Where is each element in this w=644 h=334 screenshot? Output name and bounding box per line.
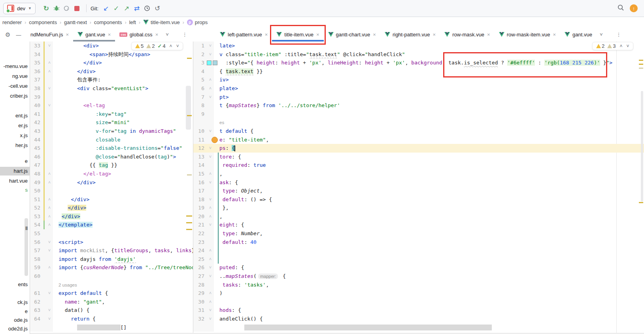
fold-toggle-icon[interactable]: ˅ — [207, 263, 214, 272]
code-line[interactable]: 48˄ </el-tag> — [30, 170, 193, 178]
code-line[interactable]: 38˅ <div class="eventList"> — [30, 84, 193, 93]
code-line[interactable]: [] — [30, 323, 193, 332]
fold-toggle-icon[interactable]: ˄ — [46, 58, 53, 67]
fold-toggle-icon[interactable]: ˅ — [207, 50, 214, 59]
code-line[interactable]: 4{ task.text }} — [193, 67, 644, 76]
code-line[interactable]: 6˄plate> — [193, 84, 644, 93]
code-line[interactable]: 46 @close="handleClose(tag)"> — [30, 153, 193, 161]
code-line[interactable]: 54˄</template> — [30, 221, 193, 229]
code-line[interactable]: 49˄ </div> — [30, 178, 193, 187]
color-swatch[interactable] — [207, 60, 212, 65]
stop-icon[interactable] — [72, 3, 82, 13]
history-icon[interactable] — [142, 3, 152, 13]
code-line[interactable]: 17 type: Object, — [193, 187, 644, 195]
left-editor-scrollbar[interactable] — [186, 86, 191, 130]
project-item[interactable]: hart.js — [0, 167, 30, 175]
chevron-down-icon[interactable]: ˅ — [166, 32, 169, 38]
fold-toggle-icon[interactable]: ˄ — [46, 170, 53, 178]
fold-toggle-icon[interactable]: ˅ — [46, 289, 53, 298]
code-line[interactable]: 23 default: 40 — [193, 238, 644, 247]
left-inspections-widget[interactable]: 52✓4˄˅ — [131, 42, 183, 50]
fold-toggle-icon[interactable]: ˅ — [207, 195, 214, 204]
project-item[interactable]: s — [0, 186, 30, 194]
code-line[interactable]: 8t {mapStates} from '../../store/helper' — [193, 101, 644, 110]
typo-count[interactable]: ✓4 — [157, 43, 165, 49]
inlay-hint-row[interactable]: es — [193, 118, 644, 127]
warning-stripe-mark[interactable] — [186, 215, 192, 217]
right-editor-scrollbar[interactable] — [641, 91, 643, 202]
close-tab-icon[interactable]: × — [373, 32, 376, 38]
fold-toggle-icon[interactable]: ˄ — [207, 170, 214, 178]
code-line[interactable]: 47 {{ tag }} — [30, 161, 193, 170]
tab-row-mask-item.vue[interactable]: row-mask-item.vue× — [495, 28, 560, 41]
code-line[interactable]: 35˄ </div> — [30, 58, 193, 67]
code-line[interactable]: 58import dayjs from 'dayjs' — [30, 255, 193, 264]
project-item[interactable]: ck.js — [0, 298, 30, 307]
code-line[interactable]: 20˄, — [193, 212, 644, 221]
project-item[interactable]: ode.js — [0, 316, 30, 325]
fold-toggle-icon[interactable]: ˅ — [207, 178, 214, 187]
inlay-hint-row[interactable]: 2 usages — [30, 281, 193, 289]
tab-left-pattern.vue[interactable]: left-pattern.vue× — [215, 28, 272, 41]
fold-toggle-icon[interactable]: ˄ — [46, 67, 53, 76]
fold-toggle-icon[interactable]: ˅ — [207, 153, 214, 161]
breadcrumb-item-renderer[interactable]: renderer — [2, 19, 23, 25]
code-line[interactable]: 64˅ return { — [30, 315, 193, 323]
code-line[interactable]: 10˅t default { — [193, 127, 644, 136]
code-line[interactable]: 61˅export default { — [30, 289, 193, 298]
project-item[interactable]: hart.vue — [0, 177, 30, 185]
fold-toggle-icon[interactable]: ˄ — [46, 178, 53, 187]
code-line[interactable]: 34 <span>持续时间</span> — [30, 50, 193, 59]
warning-stripe-mark[interactable] — [187, 115, 192, 116]
gear-icon[interactable]: ⚙ — [5, 31, 10, 38]
project-item[interactable]: -cell.vue — [0, 82, 30, 91]
project-item[interactable]: x.js — [0, 131, 30, 140]
update-project-icon[interactable]: ↙ — [101, 3, 111, 13]
code-line[interactable]: 50 — [30, 187, 193, 195]
code-line[interactable]: 42 size="mini" — [30, 118, 193, 127]
code-line[interactable]: 51˄ </div> — [30, 195, 193, 204]
next-problem-icon[interactable]: ˅ — [626, 43, 629, 49]
code-line[interactable]: 26˅puted: { — [193, 263, 644, 272]
code-line[interactable]: 15˄, — [193, 170, 644, 178]
fold-toggle-icon[interactable]: ˅ — [46, 84, 53, 93]
project-item[interactable]: er.js — [0, 121, 30, 130]
code-line[interactable]: 55 — [30, 229, 193, 238]
warning-count[interactable]: 5 — [135, 43, 144, 49]
tab-gant.vue[interactable]: gant.vue — [560, 28, 597, 41]
right-editor[interactable]: 1˅late>2˅v class="title-item" :title="ta… — [193, 42, 644, 334]
fold-toggle-icon[interactable]: ˄ — [207, 289, 214, 298]
fold-toggle-icon[interactable]: ˅ — [207, 272, 214, 281]
fold-toggle-icon[interactable]: ˅ — [46, 101, 53, 110]
code-line[interactable]: 27˅..mapStates(mapper: { — [193, 272, 644, 281]
fold-toggle-icon[interactable]: ˄ — [207, 84, 214, 93]
warning-stripe-mark[interactable] — [639, 60, 643, 61]
project-item[interactable]: criber.js — [0, 92, 30, 100]
code-line[interactable]: 36˄ </div> — [30, 67, 193, 76]
fold-toggle-icon[interactable]: ˅ — [207, 42, 214, 50]
code-line[interactable]: 39 — [30, 93, 193, 102]
code-line[interactable] — [193, 323, 644, 332]
code-line[interactable]: 14 required: true — [193, 161, 644, 170]
chevron-down-icon[interactable]: ˅ — [600, 32, 603, 38]
project-item[interactable]: ll — [0, 224, 30, 233]
fold-toggle-icon[interactable]: ˅ — [46, 246, 53, 255]
project-item[interactable]: e — [0, 307, 30, 316]
code-line[interactable]: 16˅ask: { — [193, 178, 644, 187]
fold-toggle-icon[interactable]: ˅ — [46, 238, 53, 247]
fold-toggle-icon[interactable]: ˅ — [207, 127, 214, 136]
run-configuration-selector[interactable]: dev ▼ — [3, 3, 36, 14]
fold-toggle-icon[interactable]: ˄ — [207, 255, 214, 264]
close-tab-icon[interactable]: × — [487, 32, 490, 38]
code-line[interactable]: 31˅hods: { — [193, 306, 644, 315]
code-line[interactable]: 11e: "title-item", — [193, 136, 644, 144]
intention-bulb-icon[interactable] — [212, 137, 218, 143]
tab-row-mask.vue[interactable]: row-mask.vue× — [440, 28, 495, 41]
tab-ndMenuFun.js[interactable]: ndMenuFun.js× — [30, 28, 73, 41]
project-item[interactable]: ent.js — [0, 111, 30, 120]
code-line[interactable]: 56˅<script> — [30, 238, 193, 247]
project-item[interactable]: -menu.vue — [0, 62, 30, 71]
update-notification-icon[interactable]: ↑ — [630, 4, 638, 12]
kebab-menu-icon[interactable]: ⋮ — [182, 32, 187, 38]
fold-toggle-icon[interactable]: ˄ — [207, 204, 214, 212]
